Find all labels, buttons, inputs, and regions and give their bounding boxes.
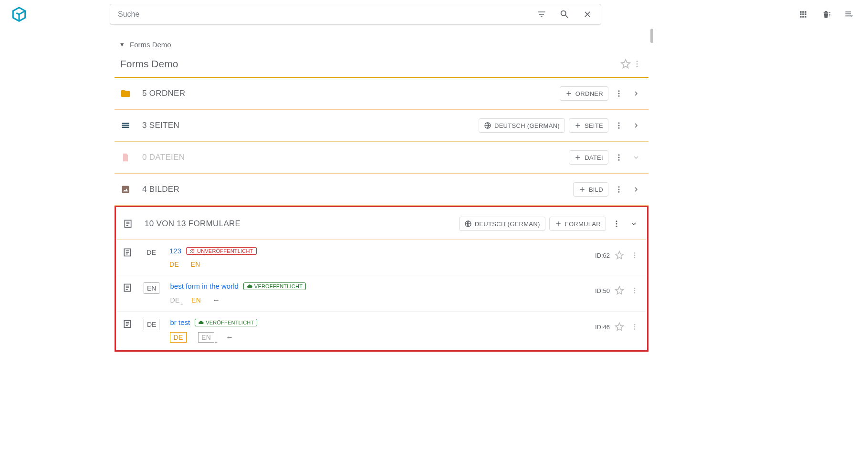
form-title-link[interactable]: br test <box>170 318 190 326</box>
section-forms: 10 VON 13 FORMULARE DEUTSCH (GERMAN) FOR… <box>117 208 646 240</box>
chevron-down-icon[interactable] <box>629 151 643 164</box>
svg-point-26 <box>634 257 636 258</box>
form-lang: DE <box>144 247 159 258</box>
svg-point-20 <box>616 223 617 225</box>
svg-point-8 <box>618 125 620 126</box>
pages-icon <box>120 120 131 131</box>
svg-point-7 <box>618 122 620 124</box>
form-lang: DE <box>144 319 159 330</box>
svg-point-14 <box>618 186 620 188</box>
section-title-forms: 10 VON 13 FORMULARE <box>145 219 448 229</box>
page-title: Forms Demo <box>120 58 620 70</box>
more-icon[interactable] <box>612 151 626 164</box>
svg-point-11 <box>618 157 620 158</box>
add-folder-button[interactable]: ORDNER <box>560 86 608 101</box>
svg-point-15 <box>618 189 620 190</box>
apps-icon[interactable] <box>794 5 813 24</box>
chevron-right-icon[interactable] <box>629 183 643 196</box>
section-folders: 5 ORDNER ORDNER <box>115 78 648 110</box>
arrow-left-icon[interactable]: ← <box>212 296 220 304</box>
svg-point-33 <box>634 326 636 328</box>
chevron-right-icon[interactable] <box>629 87 643 100</box>
more-icon[interactable] <box>629 321 640 333</box>
top-bar <box>0 0 868 29</box>
svg-point-29 <box>634 290 636 292</box>
content-area: ▾ Forms Demo Forms Demo 5 ORDNER ORDNER … <box>115 29 648 352</box>
section-files: 0 DATEIEN DATEI <box>115 142 648 174</box>
favorite-star-icon[interactable] <box>614 285 625 296</box>
svg-point-19 <box>616 220 617 222</box>
form-id: ID:46 <box>595 324 610 331</box>
breadcrumb-label: Forms Demo <box>130 41 171 49</box>
section-title-pages: 3 SEITEN <box>142 121 467 130</box>
more-icon[interactable] <box>629 250 640 261</box>
svg-point-32 <box>634 324 636 325</box>
favorite-star-icon[interactable] <box>614 250 625 261</box>
breadcrumb-caret-icon: ▾ <box>120 40 124 49</box>
svg-point-1 <box>637 63 638 65</box>
svg-point-0 <box>637 61 638 62</box>
lang-de[interactable]: DE <box>170 332 186 343</box>
add-file-button[interactable]: DATEI <box>569 150 608 165</box>
chevron-down-icon[interactable] <box>627 217 640 230</box>
form-row[interactable]: DE 123 UNVERÖFFENTLICHT DE EN ID:62 <box>117 240 646 275</box>
section-images: 4 BILDER BILD <box>115 174 648 206</box>
add-image-button[interactable]: BILD <box>573 182 608 197</box>
form-title-link[interactable]: 123 <box>169 247 181 255</box>
svg-point-3 <box>618 90 620 92</box>
form-title-link[interactable]: best form in the world <box>170 282 238 290</box>
wastebin-icon[interactable] <box>816 5 836 24</box>
add-form-button[interactable]: FORMULAR <box>549 217 606 231</box>
section-title-files: 0 DATEIEN <box>142 153 557 162</box>
svg-point-12 <box>618 159 620 161</box>
svg-point-16 <box>618 191 620 193</box>
section-pages: 3 SEITEN DEUTSCH (GERMAN) SEITE <box>115 110 648 142</box>
lang-de[interactable]: DE+ <box>170 296 179 304</box>
svg-point-9 <box>618 127 620 129</box>
lang-en[interactable]: EN+ <box>198 332 214 343</box>
lang-de[interactable]: DE <box>169 261 179 268</box>
close-icon[interactable] <box>578 5 597 24</box>
section-title-images: 4 BILDER <box>142 185 562 194</box>
image-icon <box>120 184 131 195</box>
more-icon[interactable] <box>629 285 640 296</box>
queue-icon[interactable] <box>839 5 858 24</box>
more-icon[interactable] <box>612 87 626 100</box>
filter-icon[interactable] <box>532 5 551 24</box>
search-icon[interactable] <box>555 5 574 24</box>
more-icon[interactable] <box>612 183 626 196</box>
form-icon <box>123 319 133 330</box>
form-row[interactable]: DE br test VERÖFFENTLICHT DE EN+ ← ID:46 <box>117 312 646 349</box>
lang-en[interactable]: EN <box>190 261 200 268</box>
search-input[interactable] <box>118 10 532 19</box>
file-icon <box>120 152 131 163</box>
favorite-star-icon[interactable] <box>614 321 625 333</box>
more-icon[interactable] <box>610 217 623 230</box>
language-selector[interactable]: DEUTSCH (GERMAN) <box>479 118 565 133</box>
svg-point-30 <box>634 292 636 293</box>
favorite-star-icon[interactable] <box>620 58 631 70</box>
svg-point-4 <box>618 93 620 94</box>
more-icon[interactable] <box>612 119 626 132</box>
form-icon <box>123 219 133 229</box>
form-row[interactable]: EN best form in the world VERÖFFENTLICHT… <box>117 275 646 312</box>
title-row: Forms Demo <box>115 52 648 78</box>
more-icon[interactable] <box>631 58 643 70</box>
svg-point-5 <box>618 95 620 97</box>
scrollbar[interactable] <box>650 29 653 43</box>
svg-point-10 <box>618 154 620 156</box>
arrow-left-icon[interactable]: ← <box>226 333 233 342</box>
chevron-right-icon[interactable] <box>629 119 643 132</box>
status-unpublished-badge: UNVERÖFFENTLICHT <box>186 247 256 255</box>
language-selector[interactable]: DEUTSCH (GERMAN) <box>459 217 545 231</box>
form-icon <box>123 248 133 258</box>
folder-icon <box>120 88 131 99</box>
lang-en[interactable]: EN <box>191 296 201 304</box>
status-published-badge: VERÖFFENTLICHT <box>243 282 306 290</box>
highlight-forms-section: 10 VON 13 FORMULARE DEUTSCH (GERMAN) FOR… <box>115 206 648 352</box>
svg-point-2 <box>637 66 638 67</box>
add-page-button[interactable]: SEITE <box>569 118 608 133</box>
search-box <box>110 4 601 25</box>
svg-rect-13 <box>122 186 129 193</box>
breadcrumb[interactable]: ▾ Forms Demo <box>115 29 648 52</box>
